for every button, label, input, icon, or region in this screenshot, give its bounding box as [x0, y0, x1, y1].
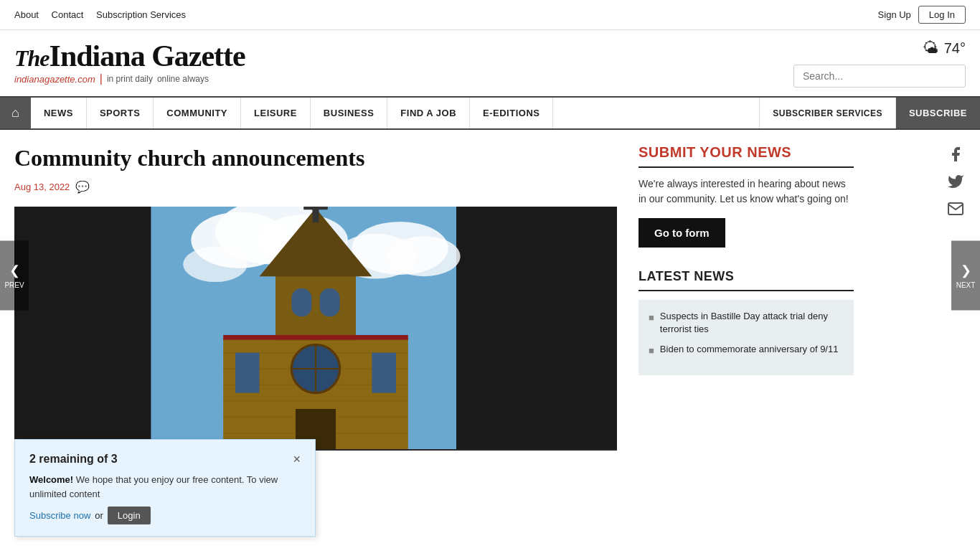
logo-area: TheIndiana Gazette indianagazette.com | …: [14, 41, 245, 85]
nav-home-button[interactable]: ⌂: [0, 98, 31, 128]
submit-news-title: SUBMIT YOUR NEWS: [639, 144, 854, 168]
svg-rect-16: [275, 273, 356, 341]
top-bar: About Contact Subscription Services Sign…: [0, 0, 980, 30]
logo-title: TheIndiana Gazette: [14, 41, 245, 71]
paywall-header: 2 remaining of 3 ×: [29, 453, 301, 465]
weather-icon: 🌤: [923, 39, 938, 57]
social-icons: [946, 144, 966, 219]
top-bar-auth: Sign Up Log In: [878, 6, 966, 24]
latest-news-section: LATEST NEWS ■ Suspects in Bastille Day a…: [639, 269, 854, 375]
article-title: Community church announcements: [14, 144, 617, 171]
nav-find-a-job[interactable]: FIND A JOB: [387, 98, 470, 128]
submit-news-section: SUBMIT YOUR NEWS We're always interested…: [639, 144, 854, 248]
logo-divider: |: [100, 72, 103, 85]
submit-news-text: We're always interested in hearing about…: [639, 176, 854, 207]
logo-subtitle: indianagazette.com | in print daily onli…: [14, 72, 245, 85]
bullet-icon: ■: [649, 311, 654, 336]
svg-point-8: [183, 247, 248, 282]
twitter-icon[interactable]: [946, 171, 966, 192]
bullet-icon: ■: [649, 344, 654, 357]
nav-right: SUBSCRIBER SERVICES SUBSCRIBE: [759, 98, 980, 128]
article-image: [14, 207, 617, 451]
prev-icon: ❮: [0, 263, 29, 278]
nav-sports[interactable]: SPORTS: [87, 98, 154, 128]
nav-e-editions[interactable]: E-EDITIONS: [470, 98, 553, 128]
next-label: NEXT: [951, 281, 980, 289]
top-bar-links: About Contact Subscription Services: [14, 9, 196, 20]
home-icon: ⌂: [11, 105, 19, 121]
weather-display: 🌤 74°: [923, 39, 966, 57]
logo-online: online always: [157, 74, 209, 84]
latest-news-title: LATEST NEWS: [639, 269, 854, 291]
email-icon[interactable]: [946, 199, 966, 219]
go-to-form-button[interactable]: Go to form: [639, 218, 725, 248]
search-input[interactable]: [793, 65, 966, 88]
svg-rect-20: [291, 288, 311, 316]
latest-news-list: ■ Suspects in Bastille Day attack trial …: [639, 300, 854, 375]
signup-link[interactable]: Sign Up: [878, 9, 911, 20]
next-icon: ❯: [951, 263, 980, 278]
paywall-popup: 2 remaining of 3 × Welcome! We hope that…: [14, 439, 316, 465]
svg-rect-19: [303, 207, 328, 209]
next-arrow[interactable]: ❯ NEXT: [951, 241, 980, 311]
nav-subscribe[interactable]: SUBSCRIBE: [896, 98, 980, 128]
svg-rect-21: [320, 288, 340, 316]
about-link[interactable]: About: [14, 9, 39, 20]
login-button[interactable]: Log In: [918, 6, 966, 24]
nav-news[interactable]: NEWS: [31, 98, 87, 128]
facebook-icon[interactable]: [946, 144, 966, 164]
comment-icon[interactable]: 💬: [75, 180, 90, 194]
subscription-services-link[interactable]: Subscription Services: [96, 9, 186, 20]
nav-leisure[interactable]: LEISURE: [241, 98, 311, 128]
paywall-close-button[interactable]: ×: [293, 453, 301, 465]
nav-bar: ⌂ NEWS SPORTS COMMUNITY LEISURE BUSINESS…: [0, 96, 980, 130]
logo-print: in print daily: [107, 74, 153, 84]
header: TheIndiana Gazette indianagazette.com | …: [0, 30, 980, 96]
svg-rect-28: [372, 353, 396, 393]
logo-site: indianagazette.com: [14, 74, 95, 85]
list-item: ■ Suspects in Bastille Day attack trial …: [649, 310, 844, 336]
article-meta: Aug 13, 2022 💬: [14, 180, 617, 194]
nav-subscriber-services[interactable]: SUBSCRIBER SERVICES: [760, 98, 896, 128]
sidebar: SUBMIT YOUR NEWS We're always interested…: [639, 144, 854, 451]
article-date: Aug 13, 2022: [14, 182, 70, 192]
prev-arrow[interactable]: ❮ PREV: [0, 241, 29, 311]
svg-rect-27: [235, 353, 260, 393]
contact-link[interactable]: Contact: [52, 9, 84, 20]
prev-label: PREV: [0, 281, 29, 289]
svg-rect-29: [223, 335, 408, 340]
weather-temp: 74°: [944, 40, 966, 57]
logo-the: The: [14, 45, 50, 71]
logo-main: Indiana Gazette: [50, 39, 245, 72]
latest-news-link-0[interactable]: Suspects in Bastille Day attack trial de…: [660, 310, 844, 336]
latest-news-link-1[interactable]: Biden to commemorate anniversary of 9/11: [660, 343, 839, 357]
main-container: Community church announcements Aug 13, 2…: [0, 130, 980, 465]
paywall-counter: 2 remaining of 3: [29, 453, 118, 465]
nav-business[interactable]: BUSINESS: [311, 98, 387, 128]
list-item: ■ Biden to commemorate anniversary of 9/…: [649, 343, 844, 357]
nav-community[interactable]: COMMUNITY: [154, 98, 241, 128]
svg-point-7: [388, 237, 461, 277]
header-right: 🌤 74°: [793, 39, 966, 88]
article-area: Community church announcements Aug 13, 2…: [14, 144, 639, 451]
